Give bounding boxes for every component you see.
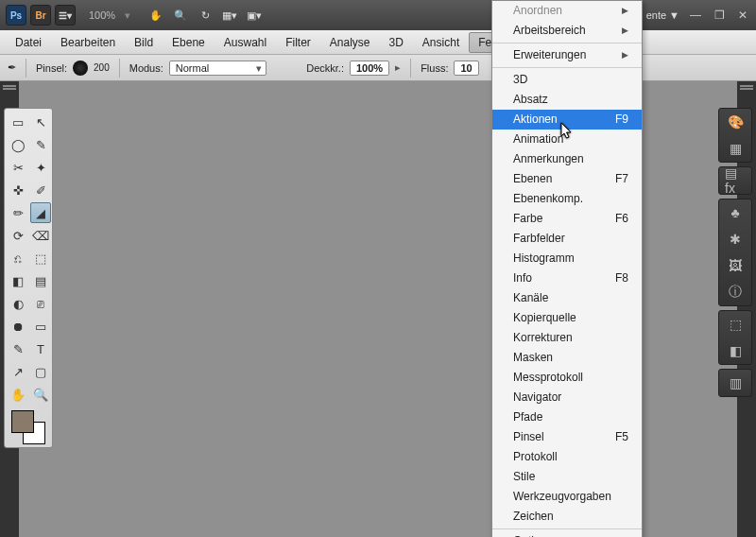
opacity-value[interactable]: 100% [350,61,389,76]
dock-icon[interactable]: ▥ [725,372,746,393]
color-swatches[interactable] [8,407,51,444]
menu-item-stile[interactable]: Stile [492,467,642,487]
dock-icon[interactable]: ✱ [725,229,746,250]
zoom-tool-icon[interactable]: 🔍 [170,5,191,26]
menu-item-farbe[interactable]: FarbeF6 [492,209,642,229]
tool-10[interactable]: ⟳ [8,225,28,246]
tool-9[interactable]: ◢ [30,202,51,223]
tool-2[interactable]: ◯ [8,134,28,155]
dock-group-3: ⬚◧ [718,310,752,365]
tool-4[interactable]: ✂ [8,157,28,178]
workspace-switcher[interactable]: ente ▼ [646,9,679,21]
tool-1[interactable]: ↖ [30,112,51,132]
tool-6[interactable]: ✜ [8,180,28,200]
brush-label: Pinsel: [36,62,67,74]
dock-icon[interactable]: ◧ [725,340,746,361]
menu-ebene[interactable]: Ebene [163,32,215,53]
dock-icon[interactable]: ⓘ [725,282,746,303]
application-bar: Ps Br ☰▾ 100% ▾ ✋ 🔍 ↻ ▦▾ ▣▾ ente ▼ — ❐ ✕ [0,0,756,30]
tool-17[interactable]: ⎚ [30,293,51,314]
tool-5[interactable]: ✦ [30,157,51,178]
dock-icon[interactable]: ♣ [725,202,746,223]
menu-item-kopierquelle[interactable]: Kopierquelle [492,308,642,328]
screen-mode-icon[interactable]: ▣▾ [244,5,265,26]
menu-item-messprotokoll[interactable]: Messprotokoll [492,368,642,388]
tool-8[interactable]: ✏ [8,202,28,223]
menu-item-pinsel[interactable]: PinselF5 [492,427,642,447]
menu-filter[interactable]: Filter [276,32,320,53]
menu-item-ebenen[interactable]: EbenenF7 [492,169,642,189]
menu-item-3d[interactable]: 3D [492,70,642,90]
tool-14[interactable]: ◧ [8,270,28,291]
dock-icon[interactable]: 🖼 [725,255,746,276]
tool-19[interactable]: ▭ [30,316,51,337]
menu-item-farbfelder[interactable]: Farbfelder [492,229,642,249]
menu-analyse[interactable]: Analyse [320,32,380,53]
tool-21[interactable]: T [30,338,51,359]
menu-item-ebenenkomp-[interactable]: Ebenenkomp. [492,189,642,209]
menu-item-protokoll[interactable]: Protokoll [492,447,642,467]
menu-item-pfade[interactable]: Pfade [492,407,642,427]
menu-item-masken[interactable]: Masken [492,348,642,368]
tool-12[interactable]: ⎌ [8,248,28,268]
dock-icon[interactable]: 🎨 [725,112,746,132]
tool-20[interactable]: ✎ [8,338,28,359]
menu-auswahl[interactable]: Auswahl [215,32,276,53]
dock-group-0: 🎨▦ [718,108,752,163]
dock-icon[interactable]: ⬚ [725,314,746,335]
mini-bridge-icon[interactable]: ☰▾ [55,5,76,26]
menu-item-werkzeugvorgaben[interactable]: Werkzeugvorgaben [492,487,642,507]
minimize-button[interactable]: — [687,9,704,22]
close-button[interactable]: ✕ [735,9,750,22]
dock-group-2: ♣✱🖼ⓘ [718,199,752,306]
menu-item-anmerkungen[interactable]: Anmerkungen [492,149,642,169]
options-bar: ✒ Pinsel: 200 Modus: Normal Deckkr.: 100… [0,55,756,81]
menu-3d[interactable]: 3D [380,32,413,53]
menu-item-kan-le[interactable]: Kanäle [492,288,642,308]
menu-ansicht[interactable]: Ansicht [413,32,469,53]
dock-icon[interactable]: ▦ [725,138,746,159]
menu-item-absatz[interactable]: Absatz [492,90,642,110]
menu-datei[interactable]: Datei [6,32,51,53]
bridge-icon[interactable]: Br [30,5,51,26]
menu-item-erweiterungen[interactable]: Erweiterungen▶ [492,45,642,65]
menu-item-navigator[interactable]: Navigator [492,388,642,407]
menu-item-korrekturen[interactable]: Korrekturen [492,328,642,348]
mouse-cursor-icon [560,123,574,140]
hand-tool-icon[interactable]: ✋ [146,5,166,26]
tool-13[interactable]: ⬚ [30,248,51,268]
menu-bild[interactable]: Bild [125,32,163,53]
arrange-docs-icon[interactable]: ▦▾ [219,5,240,26]
photoshop-icon[interactable]: Ps [6,5,26,26]
tool-3[interactable]: ✎ [30,134,51,155]
rotate-view-icon[interactable]: ↻ [195,5,215,26]
tool-15[interactable]: ▤ [30,270,51,291]
tool-16[interactable]: ◐ [8,293,28,314]
dock-icon[interactable]: ▤ fx [725,170,746,191]
tool-18[interactable]: ⏺ [8,316,28,337]
menu-bearbeiten[interactable]: Bearbeiten [51,32,125,53]
tool-11[interactable]: ⌫ [30,225,51,246]
tool-0[interactable]: ▭ [8,112,28,132]
panel-dock: 🎨▦▤ fx♣✱🖼ⓘ⬚◧▥ [718,108,752,397]
menu-item-arbeitsbereich[interactable]: Arbeitsbereich▶ [492,21,642,41]
tool-24[interactable]: ✋ [8,384,28,405]
zoom-level[interactable]: 100% [89,9,115,21]
opacity-label: Deckkr.: [306,62,344,74]
menu-item-optionen[interactable]: ✔Optionen [492,531,642,537]
menu-item-histogramm[interactable]: Histogramm [492,249,642,268]
brush-preview-icon[interactable] [73,61,88,76]
flow-value[interactable]: 10 [454,61,478,76]
menu-item-info[interactable]: InfoF8 [492,268,642,288]
tool-25[interactable]: 🔍 [30,384,51,405]
dock-group-4: ▥ [718,369,752,397]
fenster-menu: Anordnen▶Arbeitsbereich▶Erweiterungen▶3D… [491,0,643,537]
foreground-color-swatch[interactable] [11,410,34,433]
tool-23[interactable]: ▢ [30,361,51,382]
menu-item-zeichen[interactable]: Zeichen [492,507,642,527]
brush-size-value[interactable]: 200 [94,62,110,73]
restore-button[interactable]: ❐ [712,9,728,22]
tool-22[interactable]: ↗ [8,361,28,382]
tool-7[interactable]: ✐ [30,180,51,200]
blend-mode-select[interactable]: Normal [169,61,266,76]
